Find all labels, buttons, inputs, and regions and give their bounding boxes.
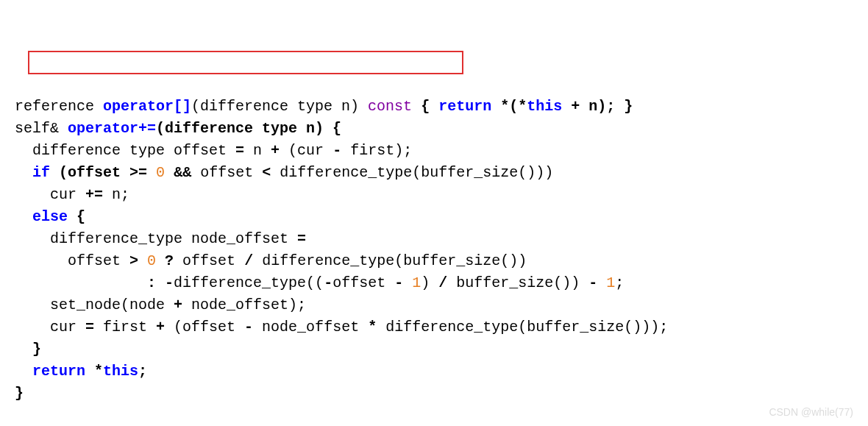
line-7: difference_type node_offset = bbox=[15, 230, 306, 247]
line-8: offset > 0 ? offset / difference_type(bu… bbox=[15, 252, 527, 269]
line-10: set_node(node + node_offset); bbox=[15, 297, 306, 313]
line-4: if (offset >= 0 && offset < difference_t… bbox=[15, 164, 553, 181]
line-13: return *this; bbox=[15, 363, 147, 380]
watermark: CSDN @while(77) bbox=[769, 405, 853, 420]
line-6: else { bbox=[15, 208, 85, 225]
line-9: : -difference_type((-offset - 1) / buffe… bbox=[15, 274, 624, 291]
line-5: cur += n; bbox=[15, 186, 129, 203]
code-block: reference operator[](difference type n) … bbox=[15, 96, 853, 426]
line-11: cur = first + (offset - node_offset * di… bbox=[15, 319, 668, 336]
line-3: difference type offset = n + (cur - firs… bbox=[15, 142, 412, 159]
line-14: } bbox=[15, 385, 24, 402]
line-12: } bbox=[15, 341, 41, 358]
line-2: self& operator+=(difference type n) { bbox=[15, 120, 341, 137]
highlight-rectangle bbox=[28, 51, 463, 74]
line-1: reference operator[](difference type n) … bbox=[15, 98, 633, 115]
